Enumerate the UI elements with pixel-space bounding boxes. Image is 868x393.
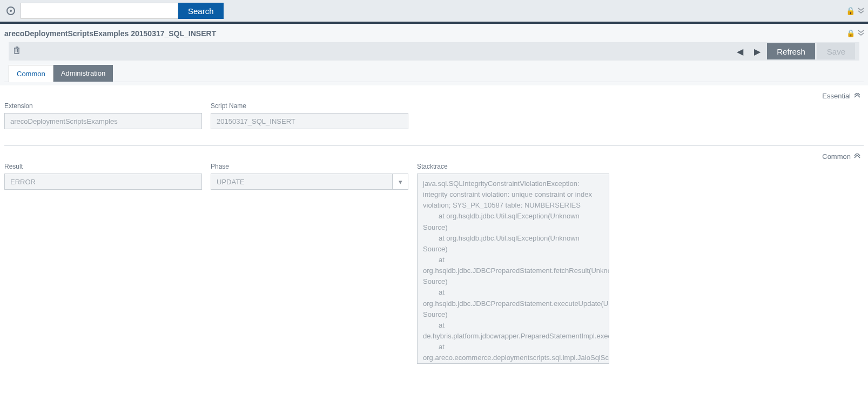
phase-field[interactable] [211, 174, 392, 190]
content: Essential Extension Script Name Common R… [0, 85, 868, 370]
extension-field[interactable] [4, 113, 202, 129]
chevron-down-icon[interactable]: ▾ [392, 174, 408, 190]
next-icon[interactable]: ▶ [750, 46, 765, 57]
result-field[interactable] [4, 174, 202, 190]
topbar-right-icons: 🔒 [846, 6, 864, 15]
tab-administration[interactable]: Administration [53, 65, 113, 82]
stacktrace-label: Stacktrace [417, 163, 615, 170]
section-header-essential: Essential [4, 92, 864, 100]
common-row: Result Phase ▾ Stacktrace java.sql.SQLIn… [4, 163, 864, 364]
trash-icon[interactable] [13, 46, 21, 57]
extension-field-group: Extension [4, 102, 202, 129]
sub-header: arecoDeploymentScriptsExamples 20150317_… [0, 24, 868, 85]
stacktrace-field-group: Stacktrace java.sql.SQLIntegrityConstrai… [417, 163, 615, 364]
essential-row: Extension Script Name [4, 102, 864, 129]
page-title: arecoDeploymentScriptsExamples 20150317_… [4, 29, 864, 38]
lock-icon[interactable]: 🔒 [846, 6, 855, 15]
section-title-common: Common [822, 152, 851, 161]
phase-dropdown[interactable]: ▾ [211, 174, 408, 190]
search-button[interactable]: Search [178, 3, 224, 19]
app-logo-icon[interactable] [4, 4, 17, 17]
collapse-icon[interactable] [854, 92, 860, 100]
save-button: Save [817, 43, 855, 59]
extension-label: Extension [4, 102, 202, 110]
toolbar: ◀ ▶ Refresh Save [9, 42, 859, 61]
script-name-field[interactable] [211, 113, 408, 129]
prev-icon[interactable]: ◀ [732, 46, 748, 57]
script-name-field-group: Script Name [211, 102, 408, 129]
result-field-group: Result [4, 163, 202, 364]
expand-icon[interactable] [858, 29, 864, 37]
section-header-common: Common [4, 152, 864, 161]
tabs: Common Administration [4, 65, 864, 82]
collapse-icon[interactable] [854, 152, 860, 161]
top-bar: Search 🔒 [0, 0, 868, 24]
subheader-right-icons: 🔒 [846, 29, 864, 37]
toolbar-left [13, 46, 21, 57]
divider [4, 145, 864, 146]
result-label: Result [4, 163, 202, 170]
phase-label: Phase [211, 163, 408, 170]
stacktrace-field[interactable]: java.sql.SQLIntegrityConstraintViolation… [417, 174, 609, 364]
phase-field-group: Phase ▾ [211, 163, 408, 364]
toolbar-right: ◀ ▶ Refresh Save [732, 43, 855, 59]
search-input[interactable] [21, 3, 178, 19]
tab-common[interactable]: Common [9, 65, 53, 82]
section-title-essential: Essential [822, 92, 851, 100]
svg-point-1 [10, 10, 12, 12]
refresh-button[interactable]: Refresh [767, 43, 815, 59]
expand-icon[interactable] [858, 6, 864, 15]
lock-icon[interactable]: 🔒 [846, 29, 855, 37]
script-name-label: Script Name [211, 102, 408, 110]
